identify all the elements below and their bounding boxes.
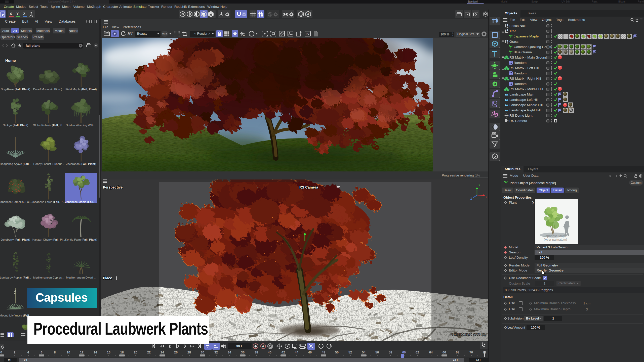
svg-text:A: A (262, 344, 264, 348)
svg-text:A: A (307, 12, 309, 16)
svg-text:Japanese Maple: Japanese Maple (544, 234, 567, 238)
svg-text:RS Camera: RS Camera (299, 185, 318, 189)
svg-text:Place: Place (103, 276, 112, 280)
svg-text:Z: Z (470, 197, 472, 200)
svg-text:G: G (243, 34, 245, 36)
svg-text:X: X (486, 196, 488, 199)
svg-text:Y: Y (478, 184, 480, 187)
svg-text:Grid Spacing : 5000 cm: Grid Spacing : 5000 cm (451, 332, 486, 336)
svg-text:PV: PV (306, 32, 309, 35)
svg-text:Perspective: Perspective (103, 185, 123, 189)
svg-text:(Acer palmatum): (Acer palmatum) (544, 238, 567, 241)
